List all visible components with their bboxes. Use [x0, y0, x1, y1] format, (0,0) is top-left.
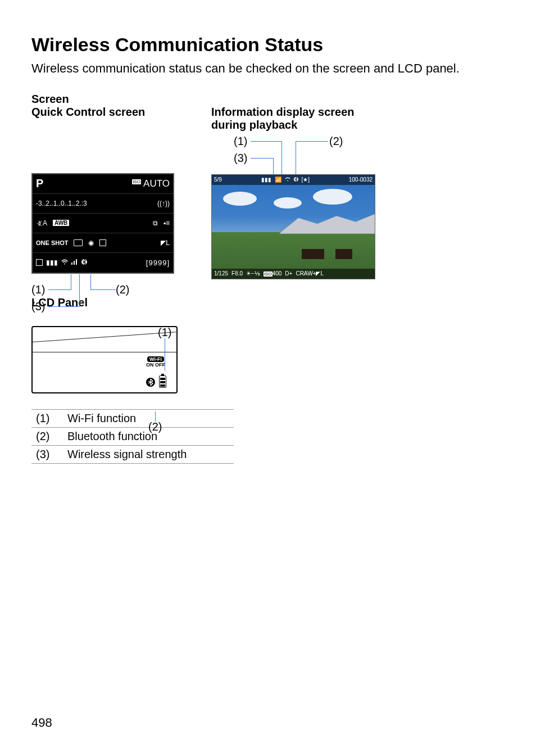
page-title: Wireless Communication Status: [31, 34, 505, 56]
exposure-scale: -3..2..1..0..1..2.:3: [36, 200, 87, 207]
single-shot-icon: [99, 239, 106, 246]
wifi-icon: [285, 176, 290, 183]
intro-text: Wireless communication status can be che…: [31, 60, 505, 77]
white-balance-badge: AWB: [53, 220, 69, 226]
shots-remaining: [9999]: [146, 259, 170, 267]
callout-1b: (1): [234, 135, 247, 148]
callout-1: (1): [31, 283, 45, 296]
drive-mode-icon: [74, 239, 83, 246]
q-button-icon: [36, 259, 43, 266]
signal-strength-icon: [71, 259, 78, 266]
playback-quality: CRAW+◤L: [296, 270, 324, 277]
legend-table: (1)Wi-Fi function (2)Bluetooth function …: [31, 409, 234, 464]
info-display-heading: Information display screen during playba…: [211, 106, 391, 132]
folder-icon: ▪≡: [163, 219, 170, 227]
lcd-wifi-indicator: Wi-Fi ON OFF: [146, 356, 165, 368]
card-icon: ⧉: [153, 219, 158, 227]
playback-info-screen: 5/9 ▮▮▮ 📶 [★] 100-0032 1/125: [211, 174, 375, 279]
battery-icon: ▮▮▮: [46, 259, 58, 266]
svg-point-5: [287, 180, 288, 182]
svg-point-0: [64, 264, 65, 265]
iso-value: ISO400: [264, 270, 281, 277]
svg-rect-3: [76, 259, 77, 265]
lcd-panel: Wi-Fi ON OFF: [31, 326, 178, 393]
folder-file-number: 100-0032: [349, 176, 373, 183]
callout-3: (3): [31, 300, 45, 313]
lcd-battery-icon: [159, 375, 166, 388]
table-row: (2)Bluetooth function: [31, 427, 234, 445]
wifi-icon: [61, 259, 68, 266]
shooting-mode: P: [36, 177, 51, 190]
callout-3b: (3): [234, 152, 247, 165]
screen-heading: Screen: [31, 93, 505, 106]
bluetooth-icon: [294, 176, 298, 183]
svg-rect-1: [71, 262, 72, 265]
bluetooth-icon: [81, 259, 87, 267]
table-row: (1)Wi-Fi function: [31, 409, 234, 427]
af-mode: ONE SHOT: [36, 239, 68, 246]
quick-control-screen: P ISO AUTO -3..2..1..0..1..2.:3 ((↑)) ⦖A…: [31, 173, 174, 274]
svg-rect-2: [74, 261, 75, 265]
signal-icon: 📶: [275, 176, 281, 183]
exposure-comp: ☀−⅓: [246, 270, 260, 277]
battery-icon: ▮▮▮: [261, 176, 271, 183]
image-index: 5/9: [214, 176, 222, 183]
callout-2: (2): [116, 283, 129, 296]
page-number: 498: [31, 716, 52, 730]
lcd-bluetooth-icon: [146, 378, 155, 387]
dplus: D+: [285, 270, 292, 277]
metering-icon: ◉: [88, 239, 94, 247]
remote-icon: ((↑)): [157, 200, 170, 207]
rating-icon: [★]: [302, 176, 310, 183]
aperture: F8.0: [231, 270, 243, 277]
quick-control-heading: Quick Control screen: [31, 106, 145, 119]
iso-setting: ISO AUTO: [132, 178, 170, 189]
lcd-panel-heading: LCD Panel: [31, 296, 505, 309]
table-row: (3)Wireless signal strength: [31, 445, 234, 463]
image-quality-badge: ◤L: [161, 239, 170, 247]
callout-2b: (2): [329, 135, 343, 148]
callout-2c: (2): [148, 420, 162, 433]
shutter-speed: 1/125: [214, 270, 228, 277]
picture-style-icon: ⦖A: [36, 219, 47, 227]
